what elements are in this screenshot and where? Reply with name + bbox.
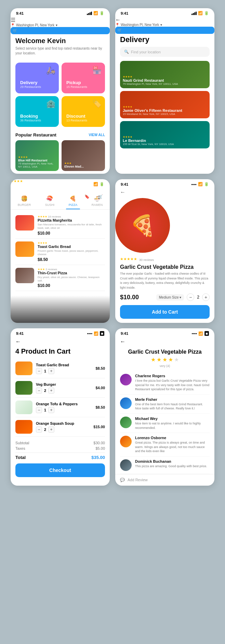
item-name-2: Toast Garlic Bread xyxy=(38,245,105,249)
service-booking[interactable]: 🏨 Booking 36 Restaurants xyxy=(15,96,59,127)
pizza-image: 🍕 xyxy=(115,198,170,253)
menu-item-info-2: ★★★★ Toast Garlic Bread Frozen garlic Te… xyxy=(38,241,105,262)
status-bar: 9:41 ▪▪▪▪ 📶 🔋 xyxy=(115,179,214,188)
delivery-label: Delivery xyxy=(20,80,54,85)
cart-price-2: $4.00 xyxy=(95,386,105,390)
popular-title: Popular Restaurant xyxy=(15,132,56,137)
status-icons: ▪▪▪▪ 📶 ■ xyxy=(87,331,104,336)
menu-item-2[interactable]: ★★★★ Toast Garlic Bread Frozen garlic Te… xyxy=(15,239,105,265)
pizza-desc: The ever popular Garlic - loaded with ex… xyxy=(120,272,210,290)
checkout-button[interactable]: Checkout xyxy=(15,463,105,477)
qty-plus[interactable]: + xyxy=(202,293,210,301)
delivery-restaurant-1[interactable]: ★★★★ Nauti Grind Restaurant 75 Washingto… xyxy=(120,61,210,88)
size-selector[interactable]: Medium Size ▾ xyxy=(156,294,184,301)
qty-plus-3[interactable]: + xyxy=(48,407,54,413)
back-button[interactable]: ← xyxy=(115,188,214,198)
total-row: Total $35.00 xyxy=(15,455,105,460)
cart-item-name-1: Toast Garlic Bread xyxy=(36,363,92,367)
hero-nav: ← 🔖 🛒 xyxy=(11,193,110,200)
qty-minus-3[interactable]: − xyxy=(36,407,42,413)
service-grid: 🛵 Delivery 29 Restaurants 🏪 Pickup 15 Re… xyxy=(11,60,110,130)
pizza-order-row: $10.00 Medium Size ▾ − 2 + xyxy=(120,293,210,301)
restaurant-name-2: Jamie Oliver's Fifteen Restaurant xyxy=(123,108,182,113)
service-discount[interactable]: 🏷️ Discount 13 Restaurants xyxy=(62,96,105,127)
cart-button[interactable]: 🛒 xyxy=(95,193,106,200)
screen3-menu: 9:41 ▪▪▪▪ 📶 🔋 ← 🔖 🛒 ★★★★ Nauti Grind Res… xyxy=(11,179,110,323)
item-name-1: Pizzetta Margherita xyxy=(38,218,105,222)
qty-minus-2[interactable]: − xyxy=(36,387,42,394)
restaurant-card-2[interactable]: ★★★ Eleven Mad... xyxy=(62,140,105,171)
menu-items: ★★★★ 16 reviews Pizzetta Margherita San … xyxy=(11,210,110,294)
welcome-subtitle: Select service type and find top rated r… xyxy=(15,46,105,56)
subtotal-row: Subtotal $30.00 xyxy=(15,441,105,445)
menu-item-3[interactable]: ★★★ 2 reviews Thin-Crust Pizza Dry yeast… xyxy=(15,265,105,291)
avatar-3 xyxy=(120,417,132,428)
qty-minus[interactable]: − xyxy=(187,293,194,301)
discount-label: Discount xyxy=(66,114,100,119)
restaurant-addr-1: 75 Washington Pl, New York, NY 10011, US… xyxy=(18,162,56,168)
restaurant-name-2: Eleven Mad... xyxy=(64,165,84,168)
add-review-bar[interactable]: 💬 Add Review xyxy=(115,474,214,486)
service-pickup[interactable]: 🏪 Pickup 15 Restaurants xyxy=(62,63,105,93)
qty-plus-1[interactable]: + xyxy=(48,368,54,374)
qty-minus-4[interactable]: − xyxy=(36,426,42,433)
service-delivery[interactable]: 🛵 Delivery 29 Restaurants xyxy=(15,63,59,93)
reviewer-name-2: Merle Fisher xyxy=(135,397,210,402)
signal-icon xyxy=(191,12,197,15)
back-button[interactable]: ← xyxy=(15,193,24,200)
delivery-restaurant-2[interactable]: ★★★★ Jamie Oliver's Fifteen Restaurant 1… xyxy=(120,91,210,118)
qty-plus-4[interactable]: + xyxy=(48,426,54,433)
status-bar: 9:41 ▪▪▪▪ 📶 🔋 xyxy=(11,179,110,188)
star-2: ★ xyxy=(157,356,161,363)
battery-icon: ■ xyxy=(204,331,209,336)
screen5-cart: 9:41 ▪▪▪▪ 📶 ■ ← 4 Product In Cart Toast … xyxy=(11,328,110,486)
wifi-icon: 📶 xyxy=(198,11,203,15)
hamburger-icon[interactable]: ☰ xyxy=(11,17,15,23)
view-all-link[interactable]: VIEW ALL xyxy=(89,133,105,137)
cart-item-3: Orange Tofu & Peppers − 1 + $8.50 xyxy=(15,398,105,417)
review-2: Merle Fisher One of the best item from N… xyxy=(120,395,210,414)
stars-3: ★★★★ xyxy=(123,135,174,139)
reviewer-name-4: Lorenzo Osborne xyxy=(135,436,210,440)
star-4: ★ xyxy=(168,356,173,363)
search-bar[interactable]: 🔍 Find your location xyxy=(120,47,210,57)
discount-count: 13 Restaurants xyxy=(66,119,100,122)
cart-button[interactable]: 🛒 xyxy=(11,27,110,34)
qty-minus-1[interactable]: − xyxy=(36,368,42,374)
section-header: Popular Restaurant VIEW ALL xyxy=(15,132,105,137)
delivery-img-1: ★★★★ Nauti Grind Restaurant 75 Washingto… xyxy=(120,61,210,88)
menu-item-img-1 xyxy=(15,215,34,231)
menu-item-1[interactable]: ★★★★ 16 reviews Pizzetta Margherita San … xyxy=(15,212,105,239)
bookmark-button[interactable]: 🔖 xyxy=(82,193,92,200)
restaurant-name-3: Le Bernardin xyxy=(123,139,174,143)
cart-back[interactable]: ← xyxy=(11,337,110,346)
review-count: very (4) xyxy=(115,364,214,368)
back-icon[interactable]: ← xyxy=(115,17,121,23)
star-5: ★ xyxy=(174,356,179,363)
location-pill[interactable]: 📍 Washington Pl, New York ▾ xyxy=(115,23,214,27)
cart-price-4: $15.00 xyxy=(93,425,105,429)
delivery-restaurant-3[interactable]: ★★★★ Le Bernardin 155 W 51st St, New Yor… xyxy=(120,121,210,148)
pizza-stars: ★★★★★ xyxy=(120,257,137,261)
add-to-cart-button[interactable]: Add to Cart xyxy=(120,305,210,319)
avatar-5 xyxy=(120,459,132,471)
reviews-back[interactable]: ← xyxy=(115,337,214,346)
cart-button[interactable]: 🛒 xyxy=(115,27,214,34)
add-review-label: Add Review xyxy=(128,478,148,482)
review-5: Dominick Buchanan This pizza are amazing… xyxy=(120,457,210,474)
cart-title: 4 Product In Cart xyxy=(11,346,110,359)
cart-img-2 xyxy=(15,381,32,395)
time: 9:41 xyxy=(16,331,24,336)
restaurant-card-1[interactable]: ★★★★ Blue Hill Restaurant 75 Washington … xyxy=(15,140,59,171)
time: 9:41 xyxy=(16,11,24,15)
item-price-2: $8.50 xyxy=(38,257,105,262)
total-label: Total xyxy=(15,455,26,460)
qty-4: 2 xyxy=(44,428,46,432)
qty-controls-3: − 1 + xyxy=(36,407,92,413)
qty-plus-2[interactable]: + xyxy=(48,387,54,394)
location-pill[interactable]: 📍 Washington Pl, New York ▾ xyxy=(11,23,110,27)
total-value: $35.00 xyxy=(91,455,105,460)
status-icons: ▪▪▪▪ 📶 🔋 xyxy=(87,182,104,186)
signal-icon xyxy=(87,12,92,15)
reviewer-text-2: One of the best item from Nauti Grind Re… xyxy=(135,402,210,411)
